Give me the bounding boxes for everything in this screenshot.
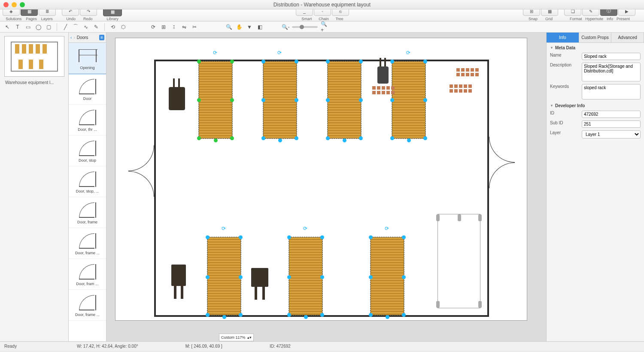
pallets-1[interactable] bbox=[372, 86, 395, 94]
rotate-handle-icon[interactable]: ⟳ bbox=[213, 50, 218, 55]
rack-bot-2[interactable]: ⟳ bbox=[289, 237, 322, 315]
hypernote-label: Hypernote bbox=[585, 17, 603, 21]
tree-label: Tree bbox=[336, 17, 343, 21]
status-ready: Ready bbox=[4, 344, 17, 349]
tools-toolbar: ↖ T ▭ ◯ ▢ ╱ ⌒ ∿ ✎ ⟲ ⬡ ⟳ ⊞ ⫱ ⇋ ✂ 🔍 ✋ ▼ ◧ … bbox=[0, 21, 644, 33]
name-field[interactable] bbox=[582, 53, 641, 60]
rack-top-3[interactable] bbox=[328, 61, 361, 138]
line-tool-icon[interactable]: ╱ bbox=[61, 23, 69, 31]
rotate-tool-icon[interactable]: ⟳ bbox=[149, 23, 157, 31]
unlink-tool-icon[interactable]: ✂ bbox=[191, 23, 198, 31]
tab-info[interactable]: Info bbox=[547, 33, 579, 42]
hand-pallet-1[interactable] bbox=[171, 265, 186, 286]
shape-door-frame[interactable]: Door, frame bbox=[69, 197, 106, 228]
rack-top-2[interactable]: ⟳ bbox=[263, 61, 297, 138]
rotate-handle-icon[interactable]: ⟳ bbox=[303, 226, 308, 231]
pages-label: Pages bbox=[26, 17, 37, 21]
shape-door-stop2[interactable]: Door, stop, ... bbox=[69, 166, 106, 197]
pointer-tool-icon[interactable]: ↖ bbox=[3, 23, 11, 31]
shape-door-thr[interactable]: Door, thr ... bbox=[69, 105, 106, 135]
rotate-handle-icon[interactable]: ⟳ bbox=[406, 50, 411, 55]
layers-label: Layers bbox=[41, 17, 53, 21]
info-panel: Info Custom Props Advanced ▼Meta Data Na… bbox=[546, 33, 644, 341]
info-label: Info bbox=[607, 17, 613, 21]
door-right-bot[interactable] bbox=[489, 162, 515, 188]
tab-custom-props[interactable]: Custom Props bbox=[579, 33, 612, 42]
shape-door[interactable]: Door bbox=[69, 74, 106, 105]
library-label: Library bbox=[106, 17, 118, 21]
pages-panel: Warehouse equipment l... bbox=[0, 33, 69, 341]
shape-door-frame3[interactable]: Door, fram ... bbox=[69, 259, 106, 290]
name-label: Name bbox=[550, 53, 579, 57]
distribute-tool-icon[interactable]: ⫱ bbox=[170, 23, 178, 31]
rack-top-4[interactable]: ⟳ bbox=[392, 61, 425, 138]
status-id: ID: 472692 bbox=[270, 344, 291, 349]
redo-label: Redo bbox=[83, 17, 93, 21]
separator bbox=[57, 23, 57, 31]
rotate-handle-icon[interactable]: ⟳ bbox=[385, 226, 390, 231]
nav-fwd-icon[interactable]: › bbox=[73, 35, 75, 40]
shapes-panel: ‹ › Doors ≡ Opening Door Door, thr ... D… bbox=[69, 33, 106, 341]
keywords-label: Keywords bbox=[550, 84, 579, 89]
subid-label: Sub ID bbox=[550, 120, 579, 125]
shape-door-stop[interactable]: Door, stop bbox=[69, 135, 106, 166]
section-developer[interactable]: ▼Developer Info bbox=[547, 101, 644, 109]
shape-door-frame2[interactable]: Door, frame ... bbox=[69, 228, 106, 259]
rounded-tool-icon[interactable]: ▢ bbox=[45, 23, 52, 31]
flip-tool-icon[interactable]: ⇋ bbox=[180, 23, 188, 31]
canvas[interactable]: ⟳ ⟳ bbox=[115, 38, 527, 321]
layer-label: Layer bbox=[550, 130, 579, 135]
room-outline[interactable]: ⟳ ⟳ bbox=[154, 60, 489, 317]
rack-bot-3[interactable]: ⟳ bbox=[371, 237, 404, 315]
rotate-handle-icon[interactable]: ⟳ bbox=[222, 226, 227, 231]
text-tool-icon[interactable]: T bbox=[14, 23, 21, 31]
rotate-handle-icon[interactable]: ⟳ bbox=[277, 50, 283, 55]
page-label: Warehouse equipment l... bbox=[3, 80, 65, 85]
nav-back-icon[interactable]: ‹ bbox=[70, 35, 72, 40]
layer-select[interactable]: Layer 1 bbox=[582, 130, 641, 138]
hand-pallet-2[interactable] bbox=[251, 268, 268, 287]
door-left-top[interactable] bbox=[128, 145, 154, 171]
stamp-tool-icon[interactable]: ▼ bbox=[246, 23, 253, 31]
spline-tool-icon[interactable]: ∿ bbox=[82, 23, 90, 31]
zoom-select[interactable]: Custom 117%▴▾ bbox=[219, 334, 254, 341]
shape-opening[interactable]: Opening bbox=[69, 43, 106, 74]
shapes-list[interactable]: Opening Door Door, thr ... Door, stop Do… bbox=[69, 43, 106, 341]
rect-tool-icon[interactable]: ▭ bbox=[24, 23, 32, 31]
subid-field[interactable] bbox=[582, 120, 641, 128]
ellipse-tool-icon[interactable]: ◯ bbox=[34, 23, 42, 31]
rack-bot-1[interactable]: ⟳ bbox=[207, 237, 241, 315]
pallets-3[interactable] bbox=[450, 84, 472, 93]
forklift[interactable] bbox=[169, 87, 185, 110]
conveyor[interactable] bbox=[437, 214, 480, 308]
titlebar: Distribution - Warehouse equipment layou… bbox=[0, 0, 644, 9]
shape-tool-icon[interactable]: ⬡ bbox=[119, 23, 127, 31]
shapes-category: Doors bbox=[77, 35, 97, 40]
description-field[interactable]: Sloped Rack[Storage and Distribution.cdl… bbox=[582, 63, 641, 81]
keywords-field[interactable]: sloped rack bbox=[582, 84, 641, 99]
callout-tool-icon[interactable]: ◧ bbox=[256, 23, 264, 31]
status-bar: Ready W: 17.42, H: 42.64, Angle: 0.00° M… bbox=[0, 341, 644, 351]
pallets-2[interactable] bbox=[456, 68, 479, 76]
shape-door-frame4[interactable]: Door, frame ... bbox=[69, 290, 106, 321]
lift-truck[interactable] bbox=[377, 66, 389, 84]
connector-tool-icon[interactable]: ⟲ bbox=[109, 23, 117, 31]
zoom-in-icon[interactable]: 🔍+ bbox=[320, 23, 328, 31]
zoom-out-icon[interactable]: 🔍- bbox=[282, 23, 289, 31]
arc-tool-icon[interactable]: ⌒ bbox=[72, 23, 79, 31]
shapes-menu-icon[interactable]: ≡ bbox=[99, 35, 104, 40]
align-tool-icon[interactable]: ⊞ bbox=[160, 23, 167, 31]
door-right-top[interactable] bbox=[489, 137, 515, 162]
canvas-area[interactable]: ⟳ ⟳ bbox=[106, 33, 546, 341]
tab-advanced[interactable]: Advanced bbox=[611, 33, 644, 42]
section-metadata[interactable]: ▼Meta Data bbox=[547, 43, 644, 51]
id-field[interactable] bbox=[582, 111, 641, 118]
page-thumbnail[interactable] bbox=[4, 36, 64, 77]
pen-tool-icon[interactable]: ✎ bbox=[92, 23, 100, 31]
undo-label: Undo bbox=[66, 17, 76, 21]
door-left-bot[interactable] bbox=[128, 171, 154, 197]
rack-top-1[interactable]: ⟳ bbox=[199, 61, 232, 138]
zoom-slider[interactable] bbox=[292, 26, 318, 28]
zoom-fit-icon[interactable]: 🔍 bbox=[225, 23, 233, 31]
pan-tool-icon[interactable]: ✋ bbox=[235, 23, 243, 31]
